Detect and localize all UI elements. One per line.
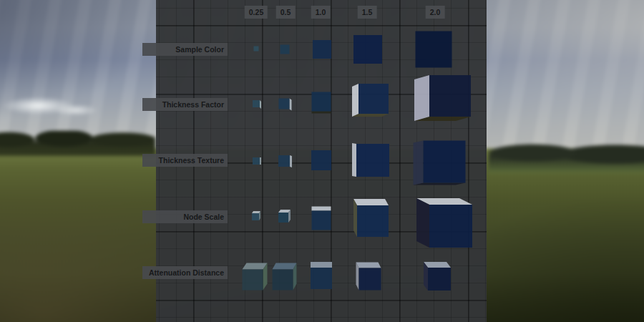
column-header-2-0: 2.0 bbox=[426, 6, 445, 19]
column-header-0-25: 0.25 bbox=[245, 6, 268, 19]
row-label-thickness-texture: Thickness Texture bbox=[142, 154, 228, 167]
row-label-thickness-factor: Thickness Factor bbox=[142, 98, 228, 111]
tree-line-right bbox=[489, 141, 644, 173]
column-header-1-5: 1.5 bbox=[358, 6, 377, 19]
row-label-sample-color: Sample Color bbox=[142, 43, 228, 56]
row-label-node-scale: Node Scale bbox=[142, 210, 228, 223]
cloud-small bbox=[54, 104, 98, 116]
viewport: 0.25 0.5 1.0 1.5 2.0 Sample Color Thickn… bbox=[0, 0, 644, 322]
tree-line-left bbox=[0, 131, 155, 156]
row-label-attenuation-distance: Attenuation Distance bbox=[142, 266, 228, 279]
column-header-1-0: 1.0 bbox=[311, 6, 331, 19]
column-header-0-5: 0.5 bbox=[276, 6, 296, 19]
